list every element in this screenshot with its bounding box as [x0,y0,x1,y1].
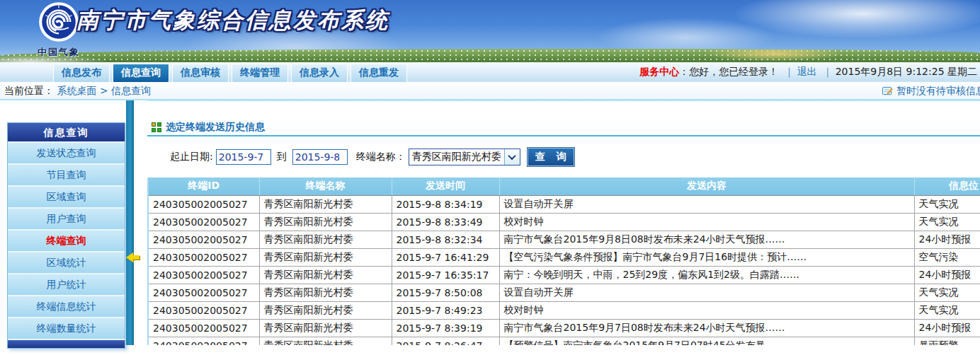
sidebar-splitter[interactable] [126,100,134,345]
terminal-name-label: 终端名称： [356,151,406,163]
sidebar-item-4[interactable]: 终端查询 [8,229,125,251]
date-to-input[interactable] [292,149,348,165]
column-header-2: 发送时间 [392,178,499,195]
collapse-arrow-icon[interactable] [121,252,133,262]
table-cell: 暴雨预警 [914,337,980,345]
sidebar-item-6[interactable]: 用户统计 [8,273,125,295]
nav-tab-3[interactable]: 终端管理 [232,64,288,83]
sidebar-item-5[interactable]: 区域统计 [8,251,125,273]
table-row[interactable]: 240305002005027青秀区南阳新光村委2015-9-7 16:35:1… [148,266,980,284]
nav-bar: 信息发布信息查询信息审核终端管理信息录入信息重发 服务中心：您好，您已经登录！ … [0,62,980,82]
table-cell: 青秀区南阳新光村委 [259,301,392,319]
greeting-text: ：您好，您已经登录！ [679,66,778,77]
chevron-down-icon[interactable] [504,149,520,165]
sidebar-item-7[interactable]: 终端信息统计 [8,295,125,317]
table-row[interactable]: 240305002005027青秀区南阳新光村委2015-9-7 8:49:23… [148,301,980,319]
table-cell: 【预警信号】南宁市气象台2015年9月7日07时45分发布暴…… [499,337,914,345]
separator: ｜ [823,66,833,77]
table-cell: 2015-9-8 8:33:49 [392,213,499,231]
datetime-text: 2015年9月8日 9:12:25 星期二 [836,66,977,77]
table-cell: 240305002005027 [148,319,259,337]
column-header-3: 发送内容 [499,178,914,195]
nav-tab-0[interactable]: 信息发布 [53,64,110,83]
table-cell: 2015-9-7 16:35:17 [392,266,499,284]
table-cell: 240305002005027 [148,337,259,345]
table-cell: 2015-9-8 8:34:19 [392,195,499,213]
cma-logo-icon [38,1,79,42]
service-center-label: 服务中心 [639,66,679,77]
pending-review-status: 暂时没有待审核信息 [882,85,980,98]
table-cell: 青秀区南阳新光村委 [259,195,392,213]
table-row[interactable]: 240305002005027青秀区南阳新光村委2015-9-8 8:32:34… [148,231,980,248]
sidebar-item-2[interactable]: 区域查询 [8,185,125,207]
terminal-select-value: 青秀区南阳新光村委 [409,151,504,163]
table-row[interactable]: 240305002005027青秀区南阳新光村委2015-9-7 8:39:19… [148,319,980,337]
table-row[interactable]: 240305002005027青秀区南阳新光村委2015-9-7 8:26:47… [148,337,980,345]
table-cell: 设置自动开关屏 [499,195,914,213]
nav-tab-4[interactable]: 信息录入 [291,64,348,83]
table-cell: 2015-9-7 16:41:29 [392,248,499,266]
table-cell: 240305002005027 [148,213,259,231]
table-row[interactable]: 240305002005027青秀区南阳新光村委2015-9-8 8:34:19… [148,195,980,213]
sidebar-item-8[interactable]: 终端数量统计 [8,317,125,339]
table-cell: 青秀区南阳新光村委 [259,337,392,345]
table-cell: 2015-9-7 8:39:19 [392,319,499,337]
table-cell: 2015-9-8 8:32:34 [392,231,499,248]
table-cell: 校对时钟 [499,213,914,231]
section-header: 选定终端发送历史信息 [147,119,980,136]
table-cell: 青秀区南阳新光村委 [259,231,392,248]
table-cell: 青秀区南阳新光村委 [259,284,392,301]
nav-tab-2[interactable]: 信息审核 [172,64,229,83]
sidebar-menu: 信息查询 发送状态查询节目查询区域查询用户查询终端查询区域统计用户统计终端信息统… [7,122,125,349]
table-cell: 240305002005027 [148,231,259,248]
blocks-icon [152,122,161,132]
nav-tab-5[interactable]: 信息重发 [351,64,407,83]
column-header-1: 终端名称 [259,178,392,195]
pending-review-text: 暂时没有待审核信息 [896,85,980,96]
logo-caption: 中国气象 [20,46,98,59]
date-from-input[interactable] [216,149,271,165]
nav-tabs: 信息发布信息查询信息审核终端管理信息录入信息重发 [53,64,410,83]
table-cell: 240305002005027 [148,284,259,301]
table-cell: 240305002005027 [148,248,259,266]
terminal-select[interactable]: 青秀区南阳新光村委 [409,149,520,165]
table-row[interactable]: 240305002005027青秀区南阳新光村委2015-9-7 8:50:08… [148,284,980,301]
query-form: 起止日期: 到 终端名称： 青秀区南阳新光村委 查 询 [147,136,980,178]
content-area: 信息查询 发送状态查询节目查询区域查询用户查询终端查询区域统计用户统计终端信息统… [0,100,980,345]
sidebar-item-0[interactable]: 发送状态查询 [8,141,125,163]
system-title: 南宁市气象综合信息发布系统 [76,6,389,35]
table-cell: 24小时预报 [914,266,980,284]
table-cell: 2015-9-7 8:49:23 [392,301,499,319]
sidebar-item-1[interactable]: 节目查询 [8,163,125,185]
to-label: 到 [277,151,287,163]
table-cell: 24小时预报 [914,231,980,248]
session-info: 服务中心：您好，您已经登录！ ｜退出 ｜2015年9月8日 9:12:25 星期… [639,66,977,78]
table-header-row: 终端ID终端名称发送时间发送内容信息位 [148,178,980,195]
banner-grass-decoration [0,49,980,62]
table-cell: 2015-9-7 8:50:08 [392,284,499,301]
table-cell: 天气实况 [914,195,980,213]
sidebar-item-3[interactable]: 用户查询 [8,207,125,229]
table-cell: 240305002005027 [148,195,259,213]
table-cell: 240305002005027 [148,301,259,319]
table-cell: 南宁市气象台2015年9月8日08时发布未来24小时天气预报…… [499,231,914,248]
table-row[interactable]: 240305002005027青秀区南阳新光村委2015-9-7 16:41:2… [148,248,980,266]
table-cell: 青秀区南阳新光村委 [259,248,392,266]
column-header-4: 信息位 [914,178,980,195]
table-cell: 24小时预报 [914,319,980,337]
table-row[interactable]: 240305002005027青秀区南阳新光村委2015-9-8 8:33:49… [148,213,980,231]
breadcrumb-bar: 当前位置： 系统桌面 > 信息查询 暂时没有待审核信息 [0,82,980,100]
table-cell: 校对时钟 [499,301,914,319]
table-cell: 青秀区南阳新光村委 [259,213,392,231]
column-header-0: 终端ID [148,178,259,195]
main-panel: 选定终端发送历史信息 起止日期: 到 终端名称： 青秀区南阳新光村委 查 询 终… [147,100,980,345]
table-cell: 南宁市气象台2015年9月7日08时发布未来24小时天气预报…… [499,319,914,337]
table-cell: 设置自动开关屏 [499,284,914,301]
query-button[interactable]: 查 询 [528,148,574,166]
table-cell: 青秀区南阳新光村委 [259,319,392,337]
note-pencil-icon [882,86,893,95]
nav-tab-1[interactable]: 信息查询 [113,64,169,83]
breadcrumb-path[interactable]: 系统桌面 > 信息查询 [57,85,151,96]
logout-link[interactable]: 退出 [797,66,817,77]
table-cell: 2015-9-7 8:26:47 [392,337,499,345]
